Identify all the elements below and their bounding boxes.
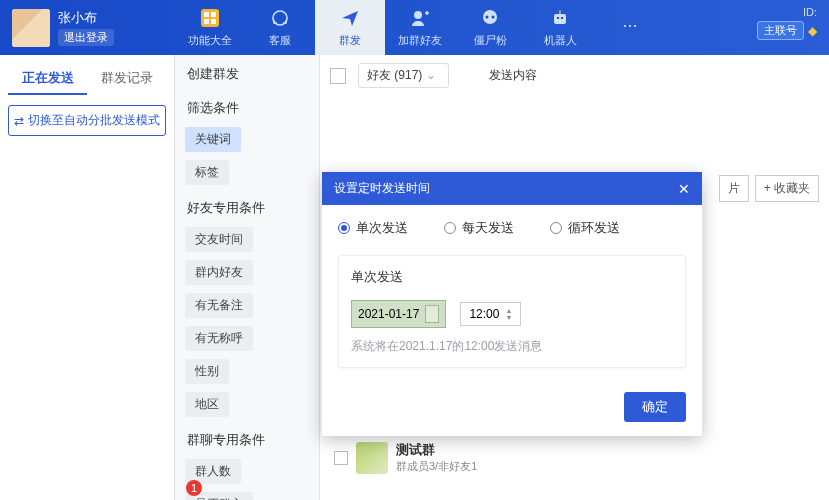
modal-title: 设置定时发送时间 xyxy=(334,180,430,197)
more-icon: ··· xyxy=(619,15,641,37)
spin-up-icon[interactable]: ▲ xyxy=(505,308,512,314)
radio-dot-icon xyxy=(444,222,456,234)
time-value: 12:00 xyxy=(469,307,499,321)
chip-group-friend[interactable]: 群内好友 xyxy=(185,260,253,285)
user-name: 张小布 xyxy=(58,9,114,27)
chevron-down-icon: ⌄ xyxy=(426,68,436,82)
chip-has-nick[interactable]: 有无称呼 xyxy=(185,326,253,351)
nav-item-broadcast[interactable]: 群发 xyxy=(315,0,385,55)
nav-label: 客服 xyxy=(269,33,291,48)
content-header: 发送内容 xyxy=(489,67,537,84)
nav-item-support[interactable]: 客服 xyxy=(245,0,315,55)
nav-item-more[interactable]: ··· xyxy=(595,0,665,55)
svg-point-8 xyxy=(486,16,489,19)
swap-icon: ⇄ xyxy=(14,114,24,128)
svg-rect-1 xyxy=(204,12,209,17)
logout-button[interactable]: 退出登录 xyxy=(58,29,114,46)
radio-dot-icon xyxy=(550,222,562,234)
radio-once[interactable]: 单次发送 xyxy=(338,219,408,237)
group-sub: 群成员3/非好友1 xyxy=(396,459,477,474)
svg-rect-3 xyxy=(204,19,209,24)
list-item[interactable]: 测试群 群成员3/非好友1 xyxy=(330,435,629,480)
notification-badge[interactable]: 1 xyxy=(186,480,202,496)
diamond-icon: ◆ xyxy=(808,24,817,38)
filter-title: 筛选条件 xyxy=(175,89,319,123)
chevron-down-icon[interactable] xyxy=(425,305,439,323)
tab-sending[interactable]: 正在发送 xyxy=(8,63,87,95)
svg-rect-2 xyxy=(211,12,216,17)
radio-loop[interactable]: 循环发送 xyxy=(550,219,620,237)
account-badge[interactable]: 主联号 xyxy=(757,21,804,40)
nav-label: 加群好友 xyxy=(398,33,442,48)
radio-daily[interactable]: 每天发送 xyxy=(444,219,514,237)
switch-mode-button[interactable]: ⇄ 切换至自动分批发送模式 xyxy=(8,105,166,136)
schedule-hint: 系统将在2021.1.17的12:00发送消息 xyxy=(351,338,673,355)
chip-gender[interactable]: 性别 xyxy=(185,359,229,384)
date-value: 2021-01-17 xyxy=(358,307,419,321)
chip-has-remark[interactable]: 有无备注 xyxy=(185,293,253,318)
chip-keyword[interactable]: 关键词 xyxy=(185,127,241,152)
close-icon[interactable]: ✕ xyxy=(678,181,690,197)
svg-point-7 xyxy=(483,10,497,24)
row-checkbox[interactable] xyxy=(334,451,348,465)
card-title: 单次发送 xyxy=(351,268,673,286)
nav-item-zombie[interactable]: 僵尸粉 xyxy=(455,0,525,55)
radio-dot-icon xyxy=(338,222,350,234)
nav-label: 机器人 xyxy=(544,33,577,48)
friend-dropdown[interactable]: 好友 (917) ⌄ xyxy=(358,63,449,88)
spin-down-icon[interactable]: ▼ xyxy=(505,315,512,321)
nav-item-addfriend[interactable]: 加群好友 xyxy=(385,0,455,55)
nav-item-bot[interactable]: 机器人 xyxy=(525,0,595,55)
svg-rect-11 xyxy=(557,17,559,19)
svg-rect-4 xyxy=(211,19,216,24)
select-all-checkbox[interactable] xyxy=(330,68,346,84)
chip-region[interactable]: 地区 xyxy=(185,392,229,417)
attach-image-button[interactable]: 片 xyxy=(719,175,749,202)
group-avatar xyxy=(356,442,388,474)
switch-mode-label: 切换至自动分批发送模式 xyxy=(28,112,160,129)
nav-label: 僵尸粉 xyxy=(474,33,507,48)
group-filter-title: 群聊专用条件 xyxy=(175,421,319,455)
avatar[interactable] xyxy=(12,9,50,47)
attach-fav-button[interactable]: + 收藏夹 xyxy=(755,175,819,202)
chip-friend-time[interactable]: 交友时间 xyxy=(185,227,253,252)
nav-item-features[interactable]: 功能大全 xyxy=(175,0,245,55)
nav-label: 功能大全 xyxy=(188,33,232,48)
id-label: ID: xyxy=(803,6,817,18)
group-name: 测试群 xyxy=(396,441,477,459)
ok-button[interactable]: 确定 xyxy=(624,392,686,422)
send-icon xyxy=(339,7,361,29)
svg-rect-12 xyxy=(561,17,563,19)
create-broadcast-title: 创建群发 xyxy=(175,55,319,89)
date-input[interactable]: 2021-01-17 xyxy=(351,300,446,328)
svg-rect-10 xyxy=(554,14,566,24)
schedule-modal: 设置定时发送时间 ✕ 单次发送 每天发送 循环发送 单次发送 2021-01-1… xyxy=(322,172,702,436)
svg-point-6 xyxy=(414,11,422,19)
grid-icon xyxy=(199,7,221,29)
friend-filter-title: 好友专用条件 xyxy=(175,189,319,223)
skull-icon xyxy=(479,7,501,29)
svg-rect-0 xyxy=(201,9,219,27)
time-input[interactable]: 12:00 ▲▼ xyxy=(460,302,521,326)
chip-tag[interactable]: 标签 xyxy=(185,160,229,185)
headset-icon xyxy=(269,7,291,29)
robot-icon xyxy=(549,7,571,29)
nav-label: 群发 xyxy=(339,33,361,48)
user-plus-icon xyxy=(409,7,431,29)
svg-point-9 xyxy=(492,16,495,19)
tab-history[interactable]: 群发记录 xyxy=(87,63,166,95)
